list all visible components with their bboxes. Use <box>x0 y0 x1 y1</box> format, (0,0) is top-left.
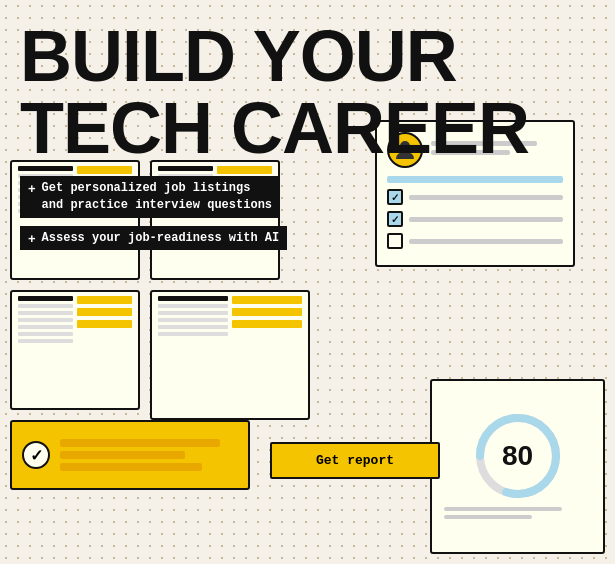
card-line-bl-3 <box>18 318 73 322</box>
card-line-br-2 <box>158 311 228 315</box>
bullet-plus-2: + <box>28 231 36 246</box>
report-card: 80 <box>430 379 605 554</box>
bullet-text-2: Assess your job-readiness with AI <box>42 230 280 247</box>
card-br-yellow-3 <box>232 320 302 328</box>
report-lines <box>432 507 603 523</box>
title-line2: TECH CAREER <box>20 88 529 168</box>
card-br-left <box>158 296 228 339</box>
bullet-item-2: + Assess your job-readiness with AI <box>20 226 287 251</box>
card-bl-content <box>12 292 138 350</box>
card-line-bl-4 <box>18 325 73 329</box>
bullet-item-1: + Get personalized job listingsand pract… <box>20 176 280 218</box>
selected-card-lines <box>60 439 238 471</box>
page-content: BUILD YOUR TECH CAREER + Get personalize… <box>0 0 615 280</box>
card-br-yellow-1 <box>232 296 302 304</box>
bullet-plus-1: + <box>28 181 36 196</box>
card-bl-yellow-3 <box>77 320 132 328</box>
selected-line-1 <box>60 439 220 447</box>
job-card-bl <box>10 290 140 410</box>
get-report-label: Get report <box>316 453 394 468</box>
bullet-text-1: Get personalized job listingsand practic… <box>42 180 272 214</box>
card-line-bl-6 <box>18 339 73 343</box>
card-br-yellow-2 <box>232 308 302 316</box>
card-bl-left <box>18 296 73 346</box>
score-circle: 80 <box>473 411 563 501</box>
card-line-bl-1 <box>18 304 73 308</box>
card-bl-yellow-2 <box>77 308 132 316</box>
card-line-br-5 <box>158 332 228 336</box>
card-br-right <box>232 296 302 339</box>
card-line-bl-2 <box>18 311 73 315</box>
card-bl-yellow-1 <box>77 296 132 304</box>
card-line-br-1 <box>158 304 228 308</box>
selected-card: ✓ <box>10 420 250 490</box>
card-line-br-3 <box>158 318 228 322</box>
card-br-content <box>152 292 308 343</box>
card-bar-bl <box>18 296 73 301</box>
job-card-br <box>150 290 310 420</box>
get-report-button[interactable]: Get report <box>270 442 440 479</box>
main-title: BUILD YOUR TECH CAREER <box>20 20 595 164</box>
title-line1: BUILD YOUR <box>20 16 457 96</box>
selected-line-2 <box>60 451 185 459</box>
report-line-2 <box>444 515 532 519</box>
card-line-br-4 <box>158 325 228 329</box>
report-line-1 <box>444 507 562 511</box>
active-checkmark: ✓ <box>22 441 50 469</box>
selected-line-3 <box>60 463 202 471</box>
card-bar-br <box>158 296 228 301</box>
card-bl-right <box>77 296 132 346</box>
score-number: 80 <box>502 440 533 472</box>
card-line-bl-5 <box>18 332 73 336</box>
bullets-section: + Get personalized job listingsand pract… <box>20 176 595 254</box>
